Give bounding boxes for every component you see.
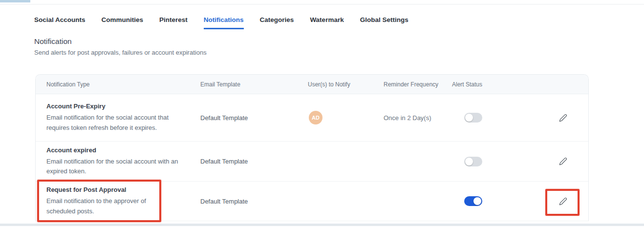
users-cell: AD: [308, 111, 384, 124]
alert-status-cell: [452, 113, 557, 123]
page-title: Notification: [34, 37, 72, 46]
email-template-cell: Default Template: [200, 158, 308, 165]
settings-page: Social Accounts Communities Pinterest No…: [0, 0, 644, 227]
top-divider: [0, 4, 644, 4]
table-row-account-pre-expiry: Account Pre-Expiry Email notification fo…: [36, 94, 588, 142]
email-template-cell: Default Template: [200, 198, 308, 205]
tab-pinterest[interactable]: Pinterest: [159, 16, 188, 29]
table-row-request-for-post-approval: Request for Post Approval Email notifica…: [36, 182, 588, 221]
row-title: Request for Post Approval: [46, 186, 200, 193]
notification-type-cell: Account expired Email notification for t…: [46, 146, 200, 176]
toggle-knob: [465, 114, 473, 122]
row-description: Email notification for the social accoun…: [46, 113, 193, 132]
alert-status-cell: [452, 157, 557, 166]
row-description: Email notification for the social accoun…: [46, 157, 193, 176]
pencil-icon: [559, 197, 567, 206]
reminder-frequency-cell: Once in 2 Day(s): [384, 114, 452, 122]
notifications-table: Notification Type Email Template User(s)…: [35, 74, 589, 221]
row-description: Email notification to the approver of sc…: [46, 196, 163, 216]
tab-notifications[interactable]: Notifications: [204, 16, 244, 29]
alert-status-toggle[interactable]: [464, 113, 482, 123]
tab-global-settings[interactable]: Global Settings: [360, 16, 408, 29]
edit-button[interactable]: [557, 195, 569, 207]
tab-categories[interactable]: Categories: [260, 16, 294, 29]
edit-button[interactable]: [557, 112, 569, 124]
pencil-icon: [559, 157, 567, 165]
notification-type-cell: Request for Post Approval Email notifica…: [46, 186, 200, 216]
pencil-icon: [559, 114, 567, 122]
row-title: Account Pre-Expiry: [46, 103, 200, 110]
toggle-knob: [473, 197, 481, 205]
page-subtitle: Send alerts for post approvals, failures…: [34, 49, 207, 56]
tab-social-accounts[interactable]: Social Accounts: [34, 16, 86, 29]
table-header-row: Notification Type Email Template User(s)…: [36, 75, 588, 94]
bottom-divider: [0, 224, 644, 226]
actions-cell: [557, 195, 579, 207]
tab-communities[interactable]: Communities: [102, 16, 144, 29]
header-users-to-notify: User(s) to Notify: [308, 81, 384, 88]
alert-status-toggle[interactable]: [464, 196, 482, 206]
toggle-knob: [465, 158, 473, 165]
actions-cell: [557, 112, 579, 124]
edit-button[interactable]: [557, 155, 569, 167]
alert-status-toggle[interactable]: [464, 157, 482, 166]
notification-type-cell: Account Pre-Expiry Email notification fo…: [46, 103, 200, 132]
header-email-template: Email Template: [200, 81, 308, 88]
alert-status-cell: [452, 196, 557, 206]
email-template-cell: Default Template: [200, 114, 308, 122]
header-reminder-frequency: Reminder Frequency: [384, 81, 452, 88]
tab-watermark[interactable]: Watermark: [310, 16, 343, 29]
window-edge-accent: [0, 0, 30, 2]
header-alert-status: Alert Status: [452, 81, 557, 88]
row-title: Account expired: [46, 146, 200, 154]
settings-tabbar: Social Accounts Communities Pinterest No…: [34, 16, 408, 29]
table-row-account-expired: Account expired Email notification for t…: [36, 142, 588, 182]
user-avatar: AD: [309, 111, 322, 124]
actions-cell: [557, 155, 579, 167]
header-notification-type: Notification Type: [46, 81, 200, 88]
